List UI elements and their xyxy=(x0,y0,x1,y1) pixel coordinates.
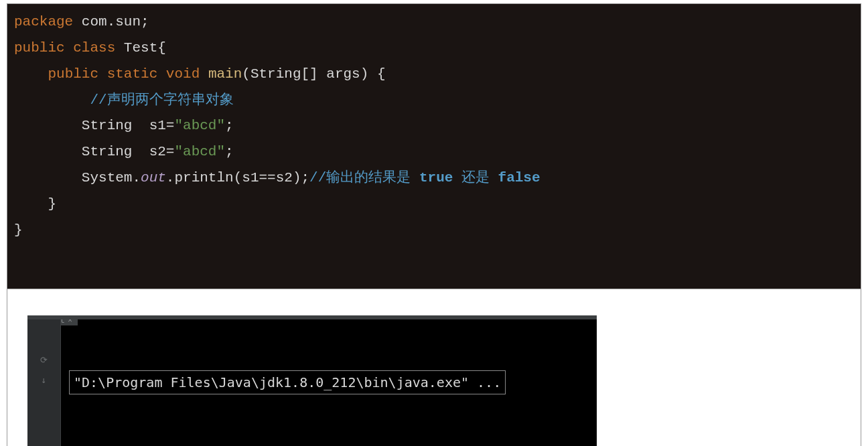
var-decl: String s2= xyxy=(82,144,175,159)
keyword-package: package xyxy=(14,14,73,29)
code-line-7: System.out.println(s1==s2);//输出的结果是 true… xyxy=(14,165,854,192)
indent xyxy=(14,170,82,185)
code-line-9: } xyxy=(14,218,854,244)
indent xyxy=(14,118,82,133)
indent xyxy=(14,92,90,108)
brace-close: } xyxy=(48,196,56,212)
comment-declare: //声明两个字符串对象 xyxy=(90,92,233,108)
console-output: "D:\Program Files\Java\jdk1.8.0_212\bin\… xyxy=(27,325,597,446)
method-params: (String[] args) { xyxy=(242,66,385,82)
out-field: out xyxy=(141,170,166,185)
rerun-icon[interactable]: ⟳ xyxy=(27,350,60,370)
output-line: true xyxy=(69,440,597,446)
semicolon: ; xyxy=(141,14,149,29)
package-name: com.sun xyxy=(73,14,141,29)
println-call: .println(s1==s2); xyxy=(166,170,309,185)
semicolon: ; xyxy=(225,144,234,159)
console-wrapper: ▦ Test × ⟳ ↓ "D:\Program Files\Java\jdk1… xyxy=(7,315,861,446)
cmd-line: "D:\Program Files\Java\jdk1.8.0_212\bin\… xyxy=(69,370,597,394)
brace-close: } xyxy=(14,222,23,238)
code-line-4: //声明两个字符串对象 xyxy=(14,88,854,114)
keyword-public: public xyxy=(48,66,98,82)
comment-output-mid: 还是 xyxy=(453,170,498,185)
string-literal: "abcd" xyxy=(174,144,225,159)
console-panel: ▦ Test × ⟳ ↓ "D:\Program Files\Java\jdk1… xyxy=(27,315,597,446)
spacer xyxy=(7,289,861,315)
string-literal: "abcd" xyxy=(174,118,225,133)
code-line-1: package com.sun; xyxy=(14,9,854,35)
comment-true: true xyxy=(419,170,453,185)
console-gutter: ⟳ ↓ xyxy=(27,319,61,446)
class-name: Test xyxy=(115,40,157,56)
keyword-void: void xyxy=(157,66,200,82)
document-cell-1: package com.sun; public class Test{ publ… xyxy=(7,3,861,446)
keyword-public: public xyxy=(14,40,65,56)
console-body: ⟳ ↓ "D:\Program Files\Java\jdk1.8.0_212\… xyxy=(27,319,597,446)
indent xyxy=(14,144,82,159)
cmd-text: "D:\Program Files\Java\jdk1.8.0_212\bin\… xyxy=(69,370,506,394)
code-line-8: } xyxy=(14,192,854,218)
stop-icon[interactable]: ↓ xyxy=(27,370,60,390)
keyword-class: class xyxy=(65,40,116,56)
var-decl: String s1= xyxy=(82,118,175,133)
system-obj: System. xyxy=(82,170,141,185)
brace-open: { xyxy=(157,40,166,56)
comment-output-pre: //输出的结果是 xyxy=(309,170,419,185)
code-line-3: public static void main(String[] args) { xyxy=(14,62,854,88)
indent xyxy=(14,196,48,212)
code-line-6: String s2="abcd"; xyxy=(14,139,854,165)
method-name: main xyxy=(200,66,242,82)
code-line-2: public class Test{ xyxy=(14,35,854,62)
keyword-static: static xyxy=(98,66,157,82)
code-editor-panel: package com.sun; public class Test{ publ… xyxy=(7,4,861,289)
code-line-5: String s1="abcd"; xyxy=(14,113,854,139)
comment-false: false xyxy=(498,170,540,185)
indent xyxy=(14,66,48,82)
semicolon: ; xyxy=(225,118,234,133)
